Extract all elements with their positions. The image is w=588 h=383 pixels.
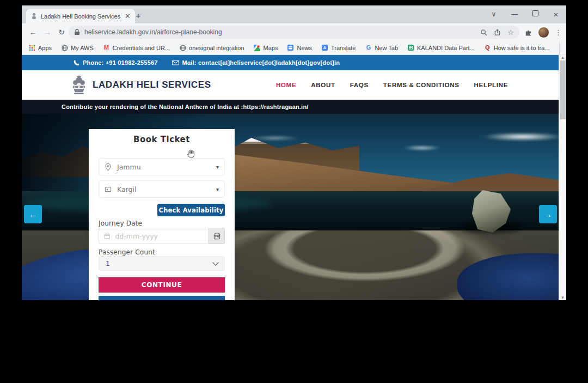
google-news-icon: [287, 44, 294, 51]
browser-toolbar: ← → ↻ heliservice.ladakh.gov.in/airforce…: [22, 23, 566, 41]
calendar-icon: [213, 233, 220, 240]
phone-icon: [74, 60, 79, 66]
partially-visible-blue-button[interactable]: [99, 296, 225, 300]
back-icon[interactable]: ←: [26, 28, 40, 37]
minimize-icon[interactable]: —: [504, 5, 525, 23]
google-sheets-icon: [407, 44, 414, 51]
phone-link[interactable]: Phone: +91 01982-255567: [74, 59, 158, 66]
reading-list-icon: [566, 45, 567, 51]
lock-icon: [74, 29, 80, 35]
check-availability-button[interactable]: Check Availability: [157, 204, 225, 216]
bookmark-onesignal[interactable]: onesignal integration: [179, 44, 244, 51]
url-text: heliservice.ladakh.gov.in/airforce-plane…: [84, 28, 476, 36]
calendar-outline-icon: [104, 233, 110, 240]
tab-title: Ladakh Heli Booking Services: [41, 13, 121, 20]
site-header: LADAKH HELI SERVICES HOME ABOUT FAQS TER…: [22, 70, 566, 100]
tab-strip: Ladakh Heli Booking Services ✕ + ∨ — ×: [22, 5, 566, 23]
scrollbar-thumb[interactable]: [560, 60, 566, 119]
bookmark-new-tab[interactable]: G New Tab: [365, 44, 398, 51]
nav-about[interactable]: ABOUT: [311, 82, 335, 88]
bookmark-news[interactable]: News: [287, 44, 312, 51]
tab-close-icon[interactable]: ✕: [125, 12, 131, 20]
maximize-icon[interactable]: [525, 5, 546, 23]
cloud: [403, 145, 441, 150]
source-select[interactable]: Jammu ▾: [99, 158, 225, 175]
gmail-icon: M: [103, 44, 110, 51]
share-icon[interactable]: [494, 29, 501, 36]
scroll-down-icon[interactable]: ▼: [559, 295, 566, 300]
address-bar[interactable]: heliservice.ladakh.gov.in/airforce-plane…: [69, 26, 519, 39]
carousel-prev-button[interactable]: ←: [24, 205, 42, 223]
caret-down-icon: ▾: [216, 164, 219, 170]
page-viewport: Phone: +91 01982-255567 Mail: contact[at…: [22, 55, 566, 300]
contact-topbar: Phone: +91 01982-255567 Mail: contact[at…: [22, 55, 566, 70]
anthem-text: Contribute your rendering of the Nationa…: [62, 104, 243, 110]
bookmark-translate[interactable]: A Translate: [321, 44, 356, 51]
page-scrollbar[interactable]: ▲ ▼: [559, 55, 566, 300]
bookmark-credentials[interactable]: M Credentials and UR...: [103, 44, 170, 51]
google-maps-icon: [254, 44, 261, 51]
zoom-icon[interactable]: [480, 29, 487, 36]
passenger-count-value: 1: [106, 259, 213, 268]
passenger-count-label: Passenger Count: [99, 248, 155, 256]
journey-date-input-wrap: [99, 228, 209, 244]
cloud: [482, 132, 564, 141]
google-translate-icon: A: [321, 44, 328, 51]
bookmark-maps[interactable]: Maps: [254, 44, 278, 51]
anthem-banner: Contribute your rendering of the Nationa…: [22, 100, 566, 114]
quora-icon: Q: [484, 44, 491, 51]
new-tab-button[interactable]: +: [132, 10, 145, 23]
arrow-right-icon: →: [544, 210, 552, 219]
booking-card: Book Ticket Jammu ▾ Kargil ▾ Check Avail…: [89, 129, 235, 300]
nav-faqs[interactable]: FAQS: [350, 82, 369, 88]
globe-icon: [179, 44, 186, 51]
browser-tab[interactable]: Ladakh Heli Booking Services ✕: [26, 9, 135, 23]
ashoka-emblem-icon: [71, 75, 87, 95]
cloud: [250, 136, 299, 141]
mail-icon: [172, 60, 179, 65]
nav-helpline[interactable]: HELPLINE: [474, 82, 508, 88]
bookmark-apps[interactable]: Apps: [28, 44, 52, 51]
main-nav: HOME ABOUT FAQS TERMS & CONDITIONS HELPL…: [276, 82, 508, 88]
passenger-count-select[interactable]: 1: [99, 256, 225, 271]
scroll-up-icon[interactable]: ▲: [559, 55, 566, 60]
bookmark-my-aws[interactable]: My AWS: [61, 44, 94, 51]
arrow-left-icon: ←: [29, 210, 37, 219]
site-favicon-icon: [30, 13, 37, 20]
bookmark-quora[interactable]: Q How safe is it to tra...: [484, 44, 550, 51]
bookmark-star-icon[interactable]: ☆: [507, 29, 514, 36]
brand-name: LADAKH HELI SERVICES: [93, 80, 211, 90]
extensions-puzzle-icon[interactable]: [524, 28, 532, 37]
forward-icon[interactable]: →: [40, 28, 54, 37]
reload-icon[interactable]: ↻: [54, 28, 69, 37]
profile-avatar[interactable]: [538, 27, 549, 38]
bookmark-kalandi[interactable]: KALANDI Data Part...: [407, 44, 475, 51]
anthem-link[interactable]: https://rashtragaan.in/: [243, 104, 308, 110]
journey-date-input[interactable]: [114, 232, 204, 241]
apps-grid-icon: [28, 44, 35, 51]
carousel-next-button[interactable]: →: [539, 205, 557, 223]
caret-down-icon: ▾: [216, 186, 219, 192]
nav-home[interactable]: HOME: [276, 82, 296, 88]
location-pin-icon: [105, 163, 112, 171]
browser-window: Ladakh Heli Booking Services ✕ + ∨ — × ←…: [22, 5, 566, 300]
mail-link[interactable]: Mail: contact[at]heliservice[dot]ladakh[…: [172, 59, 340, 66]
nav-terms[interactable]: TERMS & CONDITIONS: [383, 82, 460, 88]
calendar-picker-button[interactable]: [209, 228, 225, 244]
window-close-icon[interactable]: ×: [546, 5, 566, 23]
reading-list-button[interactable]: Reading list: [559, 41, 567, 54]
continue-button[interactable]: CONTINUE: [99, 277, 225, 293]
tab-search-chevron-icon[interactable]: ∨: [483, 5, 504, 23]
journey-date-row: [99, 228, 225, 244]
destination-icon: [105, 186, 112, 193]
google-g-icon: G: [365, 44, 372, 51]
svg-text:A: A: [323, 45, 327, 50]
bookmarks-bar: Apps My AWS M Credentials and UR... ones…: [22, 41, 566, 55]
journey-date-label: Journey Date: [99, 220, 142, 227]
window-controls: ∨ — ×: [483, 5, 566, 23]
chrome-menu-icon[interactable]: ⋮: [555, 28, 562, 37]
hero-carousel: ← → Book Ticket Jammu ▾ Kargil ▾ Check A…: [22, 114, 566, 300]
destination-select[interactable]: Kargil ▾: [99, 180, 225, 198]
brand-logo[interactable]: LADAKH HELI SERVICES: [71, 75, 211, 95]
hand-cursor-icon: [186, 149, 195, 159]
